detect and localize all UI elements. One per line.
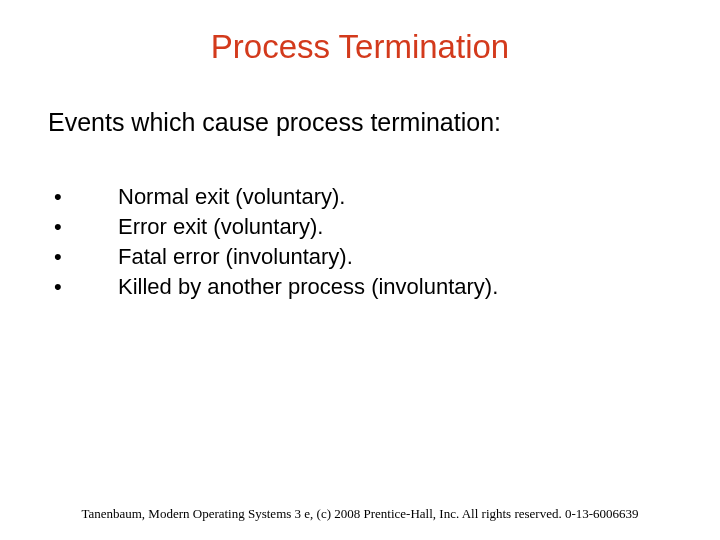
bullet-list: • Normal exit (voluntary). • Error exit … [48,183,672,301]
bullet-text: Killed by another process (involuntary). [118,273,672,301]
list-item: • Normal exit (voluntary). [48,183,672,211]
bullet-text: Normal exit (voluntary). [118,183,672,211]
slide-title: Process Termination [48,28,672,66]
slide-subtitle: Events which cause process termination: [48,108,672,137]
bullet-icon: • [48,243,118,271]
bullet-text: Error exit (voluntary). [118,213,672,241]
slide: Process Termination Events which cause p… [0,0,720,540]
bullet-text: Fatal error (involuntary). [118,243,672,271]
list-item: • Error exit (voluntary). [48,213,672,241]
list-item: • Killed by another process (involuntary… [48,273,672,301]
bullet-icon: • [48,213,118,241]
bullet-icon: • [48,183,118,211]
list-item: • Fatal error (involuntary). [48,243,672,271]
bullet-icon: • [48,273,118,301]
slide-footer: Tanenbaum, Modern Operating Systems 3 e,… [0,506,720,522]
